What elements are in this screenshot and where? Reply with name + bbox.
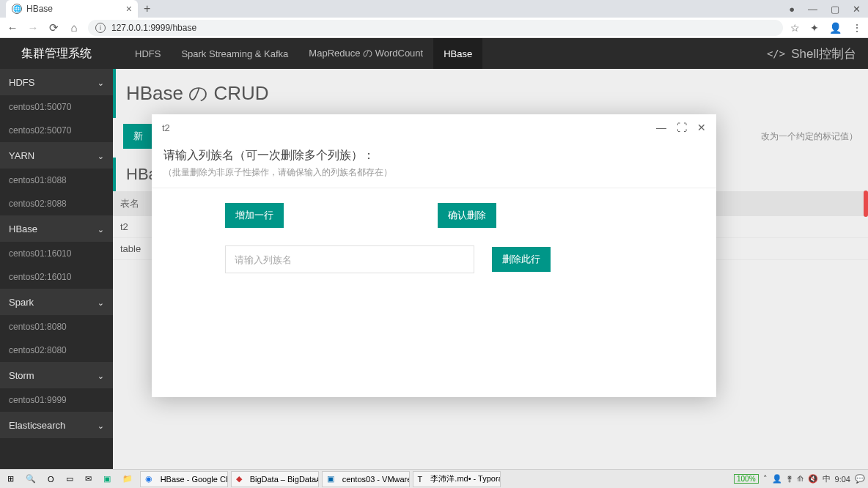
notifications-icon[interactable]: 💬 [855, 474, 865, 484]
sidebar-item[interactable]: centos01:9999 [0, 388, 113, 412]
scroll-indicator[interactable] [864, 191, 868, 217]
reload-icon[interactable]: ⟳ [47, 21, 60, 34]
minimize-icon[interactable]: — [656, 122, 666, 133]
sidebar-item[interactable]: centos02:8080 [0, 339, 113, 362]
tab-title: HBase [26, 4, 53, 14]
modal-title: t2 [162, 122, 170, 133]
chevron-up-icon: ⌃ [98, 224, 104, 234]
windows-taskbar: ⊞ 🔍 O ▭ ✉ ▣ 📁 ◉ HBase - Google Chr… ◆ Bi… [0, 469, 868, 488]
sidebar-cat-es[interactable]: Elasticsearch⌃ [0, 412, 113, 438]
column-family-input[interactable] [225, 245, 474, 273]
extensions-icon[interactable]: ✦ [810, 22, 819, 34]
confirm-delete-button[interactable]: 确认删除 [438, 203, 496, 228]
account-circle-icon[interactable]: ● [789, 4, 795, 15]
wifi-icon[interactable]: ⟰ [797, 474, 803, 484]
modal-prompt-main: 请输入列族名（可一次删除多个列族）： [163, 148, 705, 163]
start-button[interactable]: ⊞ [3, 471, 18, 487]
shell-console-link[interactable]: </> Shell控制台 [767, 45, 856, 62]
sidebar-item[interactable]: centos02:50070 [0, 119, 113, 142]
tab-mapreduce[interactable]: MapReduce の WordCount [298, 38, 433, 69]
chevron-up-icon: ⌃ [98, 371, 104, 380]
chevron-up-icon: ⌃ [98, 78, 104, 87]
minimize-window-icon[interactable]: — [808, 4, 817, 15]
maximize-icon[interactable]: ⛶ [677, 122, 687, 133]
tray-up-icon[interactable]: ˄ [763, 474, 768, 484]
top-nav: HDFS Spark Streaming & Kafka MapReduce の… [113, 38, 868, 69]
new-button[interactable]: 新 [123, 124, 153, 149]
code-icon: </> [767, 48, 785, 59]
chevron-up-icon: ⌃ [98, 297, 104, 307]
network-icon[interactable]: ⚵ [787, 474, 792, 484]
app-brand: 集群管理系统 [0, 38, 113, 69]
sidebar-item[interactable]: centos01:50070 [0, 95, 113, 119]
sidebar-item[interactable]: centos01:8080 [0, 315, 113, 339]
browser-tab[interactable]: 🌐 HBase × [6, 0, 138, 18]
sidebar-item[interactable]: centos01:8088 [0, 169, 113, 192]
clock[interactable]: 9:04 [835, 475, 850, 484]
url-field[interactable]: i 127.0.0.1:9999/hbase [88, 20, 783, 36]
add-row-button[interactable]: 增加一行 [225, 203, 284, 228]
people-icon[interactable]: 👤 [772, 474, 782, 484]
taskbar-task[interactable]: ◆ BigData – BigDataA… [231, 471, 319, 487]
taskbar-task[interactable]: ◉ HBase - Google Chr… [140, 471, 228, 487]
task-view-icon[interactable]: ▭ [62, 471, 78, 487]
forward-icon: → [26, 21, 40, 34]
modal-prompt-sub: （批量删除为非原子性操作，请确保输入的列族名都存在） [163, 166, 705, 179]
url-text: 127.0.0.1:9999/hbase [111, 23, 196, 33]
maximize-window-icon[interactable]: ▢ [831, 4, 839, 15]
menu-icon[interactable]: ⋮ [852, 22, 862, 34]
tab-spark-kafka[interactable]: Spark Streaming & Kafka [171, 38, 298, 69]
chevron-up-icon: ⌃ [98, 421, 104, 430]
tab-hdfs[interactable]: HDFS [125, 38, 171, 69]
sidebar-item[interactable]: centos01:16010 [0, 242, 113, 265]
taskbar-task[interactable]: ▣ centos03 - VMware… [322, 471, 410, 487]
sidebar-item[interactable]: centos02:8088 [0, 192, 113, 215]
address-bar: ← → ⟳ ⌂ i 127.0.0.1:9999/hbase ☆ ✦ 👤 ⋮ [0, 18, 868, 38]
close-tab-icon[interactable]: × [126, 3, 132, 15]
home-icon[interactable]: ⌂ [67, 21, 81, 34]
taskbar-task[interactable]: T 李沛洋.md• - Typora [413, 471, 501, 487]
new-tab-button[interactable]: + [144, 2, 150, 15]
chevron-up-icon: ⌃ [98, 151, 104, 160]
cortana-icon[interactable]: O [43, 471, 59, 487]
volume-mute-icon[interactable]: 🔇 [808, 474, 818, 484]
sidebar-cat-storm[interactable]: Storm⌃ [0, 362, 113, 388]
battery-indicator[interactable]: 100% [734, 474, 759, 484]
tab-hbase[interactable]: HBase [433, 38, 482, 69]
delete-column-family-dialog: t2 — ⛶ ✕ 请输入列族名（可一次删除多个列族）： （批量删除为非原子性操作… [152, 114, 716, 397]
store-icon[interactable]: ▣ [99, 471, 115, 487]
mail-icon[interactable]: ✉ [81, 471, 96, 487]
sidebar-cat-hbase[interactable]: HBase⌃ [0, 215, 113, 242]
profile-icon[interactable]: 👤 [829, 22, 842, 34]
back-icon[interactable]: ← [6, 21, 19, 34]
close-icon[interactable]: ✕ [697, 122, 706, 133]
browser-tabs-strip: 🌐 HBase × + ● — ▢ ✕ [0, 0, 868, 18]
explorer-icon[interactable]: 📁 [118, 471, 137, 487]
ime-indicator[interactable]: 中 [823, 473, 831, 484]
site-info-icon[interactable]: i [95, 23, 106, 33]
close-window-icon[interactable]: ✕ [853, 4, 861, 15]
sidebar-cat-hdfs[interactable]: HDFS⌃ [0, 69, 113, 95]
page-title: HBase の CRUD [113, 69, 868, 118]
sidebar-cat-yarn[interactable]: YARN⌃ [0, 142, 113, 169]
star-icon[interactable]: ☆ [790, 22, 800, 34]
search-icon[interactable]: 🔍 [21, 471, 40, 487]
sidebar-item[interactable]: centos02:16010 [0, 265, 113, 289]
hint-text: 改为一个约定的标记值） [761, 130, 858, 143]
sidebar-cat-spark[interactable]: Spark⌃ [0, 289, 113, 315]
delete-row-button[interactable]: 删除此行 [492, 247, 551, 272]
globe-icon: 🌐 [12, 4, 22, 14]
sidebar: 集群管理系统 HDFS⌃ centos01:50070 centos02:500… [0, 38, 113, 469]
